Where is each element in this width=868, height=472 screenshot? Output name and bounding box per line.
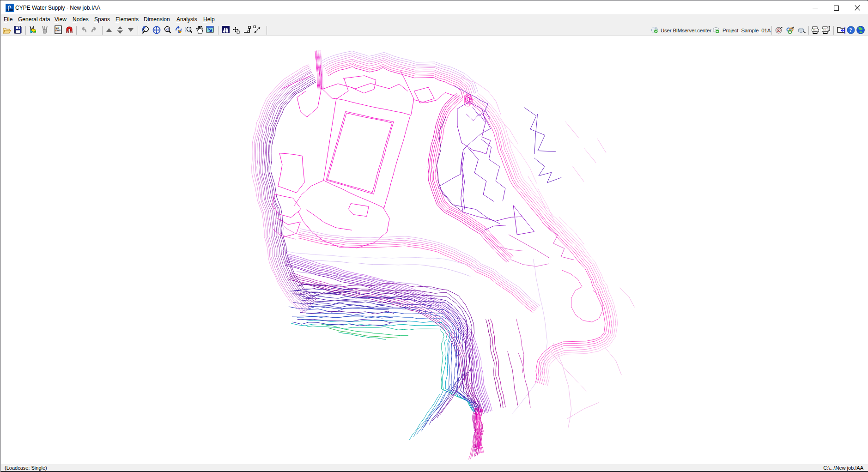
svg-text:x2: x2: [166, 28, 170, 31]
svg-text:DXF: DXF: [56, 27, 60, 29]
svg-text:DWG: DWG: [55, 30, 61, 32]
svg-text:?: ?: [850, 27, 852, 33]
